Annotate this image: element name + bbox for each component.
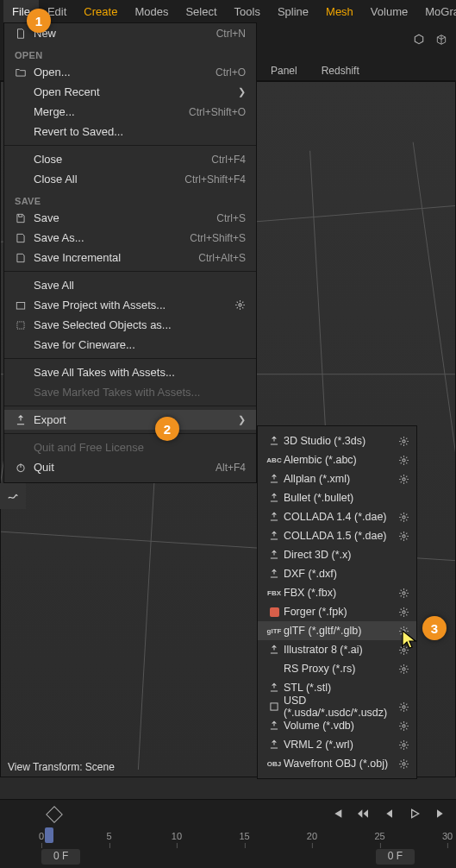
menu-mesh[interactable]: Mesh: [317, 0, 362, 22]
gear-icon[interactable]: [398, 588, 409, 599]
menu-save-all[interactable]: Save All: [4, 275, 256, 295]
menu-save-sel[interactable]: Save Selected Objects as...: [4, 315, 256, 335]
tab-panel[interactable]: Panel: [259, 61, 309, 80]
menu-modes[interactable]: Modes: [126, 0, 177, 22]
menu-select[interactable]: Select: [177, 0, 225, 22]
export-item[interactable]: ABCAlembic (*.abc): [258, 450, 416, 469]
menu-new-shortcut: Ctrl+N: [216, 28, 246, 40]
menu-open-header: OPEN: [4, 43, 256, 62]
menu-mograph[interactable]: MoGraph: [416, 0, 456, 22]
cube-icon[interactable]: [435, 34, 447, 46]
gear-icon[interactable]: [398, 626, 409, 637]
menu-separator: [4, 406, 256, 406]
menu-volume[interactable]: Volume: [362, 0, 416, 22]
menu-revert-label: Revert to Saved...: [30, 125, 246, 138]
chevron-right-icon: ❯: [238, 414, 246, 425]
save-sel-icon: [15, 319, 27, 331]
gear-icon[interactable]: [398, 455, 409, 466]
gear-icon[interactable]: [398, 739, 409, 751]
export-item[interactable]: Volume (*.vdb): [258, 716, 416, 735]
export-item[interactable]: Bullet (*.bullet): [258, 488, 416, 507]
menu-save-as[interactable]: Save As... Ctrl+Shift+S: [4, 228, 256, 248]
menu-save-as-label: Save As...: [30, 231, 190, 244]
menu-save-inc[interactable]: Save Incremental Ctrl+Alt+S: [4, 248, 256, 267]
menu-save-takes[interactable]: Save All Takes with Assets...: [4, 362, 256, 382]
range-end[interactable]: 0 F: [376, 849, 415, 865]
timeline-range: 0 F 0 F: [41, 849, 415, 865]
export-item[interactable]: COLLADA 1.4 (*.dae): [258, 507, 416, 526]
gear-icon[interactable]: [398, 758, 409, 770]
menu-new-label: New: [30, 27, 216, 40]
prev-frame-icon[interactable]: [382, 807, 396, 821]
menu-quit-lic[interactable]: Quit and Free License: [4, 437, 256, 457]
export-item[interactable]: Allplan (*.xml): [258, 469, 416, 488]
export-item[interactable]: OBJWavefront OBJ (*.obj): [258, 754, 416, 773]
menu-save-label: Save: [30, 211, 216, 224]
svg-point-9: [403, 591, 405, 594]
gear-icon[interactable]: [398, 701, 409, 713]
export-item[interactable]: COLLADA 1.5 (*.dae): [258, 526, 416, 545]
menu-revert[interactable]: Revert to Saved...: [4, 122, 256, 142]
gear-icon[interactable]: [398, 474, 409, 485]
gear-icon[interactable]: [398, 720, 409, 732]
menu-export[interactable]: Export ❯: [4, 410, 256, 430]
menu-save[interactable]: Save Ctrl+S: [4, 208, 256, 228]
svg-point-16: [403, 724, 405, 726]
menu-open[interactable]: Open... Ctrl+O: [4, 62, 256, 82]
gear-icon[interactable]: [398, 607, 409, 618]
export-item[interactable]: DXF (*.dxf): [258, 564, 416, 583]
export-item[interactable]: Direct 3D (*.x): [258, 545, 416, 564]
export-item-label: Wavefront OBJ (*.obj): [284, 758, 396, 770]
menu-merge[interactable]: Merge... Ctrl+Shift+O: [4, 102, 256, 122]
gear-icon[interactable]: [234, 299, 246, 311]
export-item[interactable]: 3D Studio (*.3ds): [258, 431, 416, 450]
menu-save-proj[interactable]: Save Project with Assets...: [4, 295, 256, 315]
menu-spline[interactable]: Spline: [269, 0, 317, 22]
export-item[interactable]: USD (*.usda/*.usdc/*.usdz): [258, 697, 416, 716]
menu-merge-label: Merge...: [30, 105, 189, 118]
export-icon: [268, 644, 280, 656]
svg-point-4: [403, 439, 405, 442]
export-item[interactable]: Illustrator 8 (*.ai): [258, 640, 416, 659]
go-start-icon[interactable]: [330, 807, 344, 821]
export-item[interactable]: glTFglTF (*.gltf/*.glb): [258, 621, 416, 640]
timeline: 051015202530 0 F 0 F: [0, 799, 456, 868]
scribble-tool[interactable]: [0, 483, 26, 509]
next-frame-icon[interactable]: [434, 807, 447, 821]
gear-icon[interactable]: [398, 512, 409, 523]
keyframe-icon[interactable]: [46, 806, 63, 823]
export-item[interactable]: FBXFBX (*.fbx): [258, 583, 416, 602]
export-item-label: 3D Studio (*.3ds): [284, 435, 396, 447]
hexagon-icon[interactable]: [413, 34, 425, 46]
export-icon: [268, 492, 280, 504]
menu-tools[interactable]: Tools: [226, 0, 269, 22]
menu-close-all-label: Close All: [30, 173, 184, 186]
timeline-tick: 10: [172, 831, 182, 841]
export-item[interactable]: VRML 2 (*.wrl): [258, 735, 416, 754]
gear-icon[interactable]: [398, 645, 409, 656]
gear-icon[interactable]: [398, 664, 409, 675]
menu-save-takes-label: Save All Takes with Assets...: [30, 366, 246, 379]
menu-close[interactable]: Close Ctrl+F4: [4, 149, 256, 169]
play-icon[interactable]: [408, 807, 422, 821]
range-start[interactable]: 0 F: [41, 849, 80, 865]
export-item-label: FBX (*.fbx): [284, 587, 396, 599]
export-item[interactable]: RS Proxy (*.rs): [258, 659, 416, 678]
prev-key-icon[interactable]: [356, 807, 370, 821]
export-item[interactable]: Forger (*.fpk): [258, 602, 416, 621]
svg-point-17: [403, 743, 405, 745]
menu-quit[interactable]: Quit Alt+F4: [4, 457, 256, 477]
menu-save-cw[interactable]: Save for Cineware...: [4, 335, 256, 355]
menu-save-marked-label: Save Marked Takes with Assets...: [30, 386, 246, 399]
gear-icon[interactable]: [398, 436, 409, 447]
gear-icon[interactable]: [398, 531, 409, 542]
menu-create[interactable]: Create: [75, 0, 126, 22]
timeline-tick: 5: [106, 831, 111, 841]
timeline-ruler[interactable]: 051015202530: [41, 831, 447, 850]
menu-close-all[interactable]: Close All Ctrl+Shift+F4: [4, 169, 256, 189]
menu-save-cw-label: Save for Cineware...: [30, 338, 246, 351]
menu-open-recent[interactable]: Open Recent ❯: [4, 82, 256, 102]
export-icon: [268, 473, 280, 485]
tab-redshift[interactable]: Redshift: [309, 61, 372, 80]
svg-point-12: [403, 648, 405, 651]
